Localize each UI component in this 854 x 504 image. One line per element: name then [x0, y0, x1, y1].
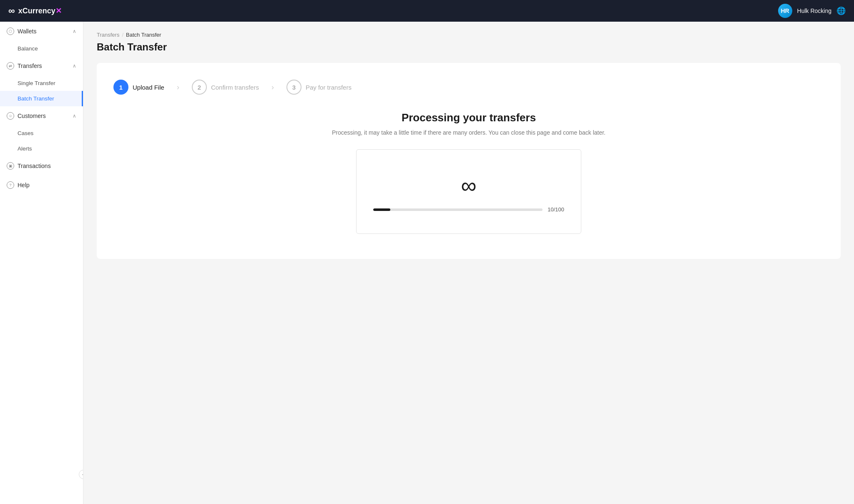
transfers-icon: ⇄	[7, 62, 14, 70]
step-1-label: Upload File	[133, 84, 164, 91]
progress-label: 10/100	[548, 206, 564, 213]
main-inner: Transfers / Batch Transfer Batch Transfe…	[83, 22, 854, 269]
translate-icon[interactable]: 🌐	[836, 6, 846, 15]
sidebar-group-transactions[interactable]: ▣ Transactions	[0, 156, 83, 176]
progress-bar-track	[373, 208, 543, 211]
step-2: 2 Confirm transfers	[192, 80, 259, 95]
content-card: 1 Upload File › 2 Confirm transfers › 3 …	[97, 63, 841, 259]
customers-icon: ☺	[7, 112, 14, 120]
main-content: Transfers / Batch Transfer Batch Transfe…	[83, 22, 854, 504]
sidebar-section-transfers: ⇄ Transfers ∧ Single Transfer Batch Tran…	[0, 56, 83, 106]
username-label: Hulk Rocking	[797, 8, 831, 14]
sidebar-section-help: ? Help	[0, 176, 83, 195]
progress-bar-container: 10/100	[373, 206, 564, 213]
sidebar-section-wallets: ⬡ Wallets ∧ Balance	[0, 22, 83, 56]
breadcrumb-current: Batch Transfer	[126, 32, 161, 38]
breadcrumb-separator: /	[122, 32, 123, 38]
top-navigation: ∞ xCurrency✕ HR Hulk Rocking 🌐	[0, 0, 854, 22]
wallets-chevron-icon: ∧	[73, 28, 76, 34]
logo-text: xCurrency✕	[18, 6, 62, 15]
step-arrow-1: ›	[177, 83, 179, 92]
avatar[interactable]: HR	[778, 4, 792, 18]
main-layout: ⬡ Wallets ∧ Balance ⇄ Transfers ∧ Single…	[0, 22, 854, 504]
breadcrumb-parent-link[interactable]: Transfers	[97, 32, 119, 38]
sidebar-item-balance[interactable]: Balance	[0, 41, 83, 56]
step-1: 1 Upload File	[113, 80, 164, 95]
sidebar-section-transactions: ▣ Transactions	[0, 156, 83, 176]
customers-chevron-icon: ∧	[73, 113, 76, 119]
step-3-circle: 3	[286, 80, 301, 95]
sidebar-customers-label: Customers	[18, 113, 46, 119]
processing-area: Processing your transfers Processing, it…	[113, 111, 824, 234]
logo-infinity-icon: ∞	[8, 5, 15, 16]
sidebar-group-transfers[interactable]: ⇄ Transfers ∧	[0, 56, 83, 75]
transactions-icon: ▣	[7, 162, 14, 170]
sidebar-group-help[interactable]: ? Help	[0, 176, 83, 195]
help-icon: ?	[7, 181, 14, 189]
transfers-chevron-icon: ∧	[73, 63, 76, 69]
topnav-right: HR Hulk Rocking 🌐	[778, 4, 846, 18]
sidebar-wallets-label: Wallets	[18, 28, 36, 35]
page-title: Batch Transfer	[97, 41, 841, 53]
wallet-icon: ⬡	[7, 28, 14, 35]
app-logo: ∞ xCurrency✕	[8, 5, 62, 16]
step-2-label: Confirm transfers	[211, 84, 259, 91]
sidebar-item-cases[interactable]: Cases	[0, 125, 83, 141]
step-3-label: Pay for transfers	[306, 84, 352, 91]
step-arrow-2: ›	[271, 83, 274, 92]
stepper: 1 Upload File › 2 Confirm transfers › 3 …	[113, 80, 824, 95]
processing-title: Processing your transfers	[113, 111, 824, 124]
sidebar-item-batch-transfer[interactable]: Batch Transfer	[0, 91, 83, 106]
step-2-circle: 2	[192, 80, 207, 95]
sidebar-item-alerts[interactable]: Alerts	[0, 141, 83, 156]
progress-box: ∞ 10/100	[356, 149, 581, 234]
logo-x-marker: ✕	[55, 7, 62, 15]
sidebar-collapse-button[interactable]: ◀	[79, 470, 83, 479]
infinity-loader-icon: ∞	[461, 175, 476, 196]
sidebar-transfers-label: Transfers	[18, 63, 42, 69]
sidebar-item-single-transfer[interactable]: Single Transfer	[0, 75, 83, 91]
sidebar-help-label: Help	[18, 182, 30, 188]
step-1-circle: 1	[113, 80, 128, 95]
sidebar-group-wallets[interactable]: ⬡ Wallets ∧	[0, 22, 83, 41]
sidebar-transactions-label: Transactions	[18, 163, 51, 169]
step-3: 3 Pay for transfers	[286, 80, 352, 95]
processing-subtitle: Processing, it may take a little time if…	[113, 129, 824, 136]
sidebar-section-customers: ☺ Customers ∧ Cases Alerts	[0, 106, 83, 156]
breadcrumb: Transfers / Batch Transfer	[97, 32, 841, 38]
progress-bar-fill	[373, 208, 390, 211]
sidebar-group-customers[interactable]: ☺ Customers ∧	[0, 106, 83, 125]
sidebar: ⬡ Wallets ∧ Balance ⇄ Transfers ∧ Single…	[0, 22, 83, 504]
